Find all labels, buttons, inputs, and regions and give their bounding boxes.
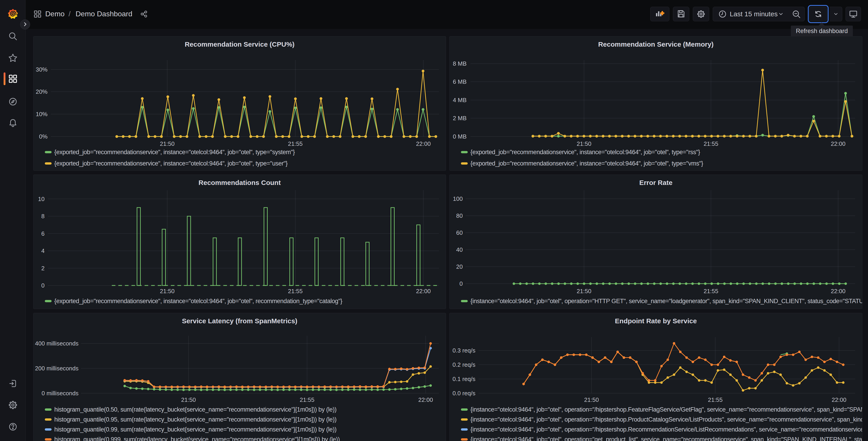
svg-text:8: 8 <box>41 213 44 219</box>
svg-text:{exported_job="recommendations: {exported_job="recommendationservice", i… <box>470 160 703 167</box>
svg-text:{exported_job="recommendations: {exported_job="recommendationservice", i… <box>470 149 700 155</box>
svg-text:0: 0 <box>41 282 44 289</box>
svg-text:21:50: 21:50 <box>160 140 175 147</box>
svg-text:0%: 0% <box>39 133 48 140</box>
svg-text:histogram_quantile(0.999, sum(: histogram_quantile(0.999, sum(rate(laten… <box>54 436 340 441</box>
svg-text:0 MB: 0 MB <box>453 133 467 140</box>
svg-text:{exported_job="recommendations: {exported_job="recommendationservice", i… <box>54 298 342 304</box>
svg-text:21:50: 21:50 <box>584 396 599 403</box>
svg-text:{exported_job="recommendations: {exported_job="recommendationservice", i… <box>54 149 295 155</box>
svg-text:22:00: 22:00 <box>831 288 845 295</box>
svg-text:0.2 req/s: 0.2 req/s <box>453 361 475 368</box>
svg-text:{instance="otelcol:9464", job=: {instance="otelcol:9464", job="otel", op… <box>470 298 862 304</box>
svg-text:Recommendations Count: Recommendations Count <box>198 179 281 186</box>
svg-text:21:55: 21:55 <box>300 396 314 403</box>
svg-text:22:00: 22:00 <box>416 140 431 147</box>
svg-text:0.1 req/s: 0.1 req/s <box>453 376 475 382</box>
svg-text:40: 40 <box>456 246 463 253</box>
svg-text:Recommendation Service (Memory: Recommendation Service (Memory) <box>598 40 713 48</box>
svg-text:Recommendation Service (CPU%): Recommendation Service (CPU%) <box>185 40 294 48</box>
svg-text:22:00: 22:00 <box>418 396 433 403</box>
svg-text:21:50: 21:50 <box>181 396 196 403</box>
svg-text:21:55: 21:55 <box>704 140 718 147</box>
svg-text:{instance="otelcol:9464", job=: {instance="otelcol:9464", job="otel", op… <box>470 426 862 433</box>
svg-text:22:00: 22:00 <box>832 396 846 403</box>
svg-text:21:55: 21:55 <box>704 288 718 295</box>
svg-text:22:00: 22:00 <box>831 140 845 147</box>
svg-text:histogram_quantile(0.50, sum(r: histogram_quantile(0.50, sum(rate(latenc… <box>54 406 337 413</box>
svg-text:6: 6 <box>41 230 44 237</box>
svg-text:2 MB: 2 MB <box>453 115 467 122</box>
svg-text:10: 10 <box>38 196 44 202</box>
svg-text:20%: 20% <box>36 88 48 95</box>
svg-text:10%: 10% <box>36 111 48 117</box>
svg-text:80: 80 <box>456 212 463 219</box>
svg-text:0.3 req/s: 0.3 req/s <box>453 347 475 354</box>
svg-text:60: 60 <box>456 229 463 236</box>
svg-text:100: 100 <box>453 195 463 202</box>
svg-text:Endpoint Rate by Service: Endpoint Rate by Service <box>615 317 697 325</box>
svg-text:22:00: 22:00 <box>416 288 431 295</box>
svg-text:8 MB: 8 MB <box>453 60 467 67</box>
svg-text:4: 4 <box>41 247 44 254</box>
svg-text:{instance="otelcol:9464", job=: {instance="otelcol:9464", job="otel", op… <box>470 436 862 441</box>
svg-text:21:55: 21:55 <box>288 140 303 147</box>
svg-text:0.0 req/s: 0.0 req/s <box>453 390 475 396</box>
svg-text:21:55: 21:55 <box>708 396 722 403</box>
svg-text:Service Latency (from SpanMetr: Service Latency (from SpanMetrics) <box>182 317 297 325</box>
svg-text:4 MB: 4 MB <box>453 97 467 104</box>
svg-text:histogram_quantile(0.99, sum(r: histogram_quantile(0.99, sum(rate(latenc… <box>54 426 337 433</box>
svg-text:21:50: 21:50 <box>577 140 591 147</box>
svg-text:30%: 30% <box>36 66 48 73</box>
svg-text:0: 0 <box>460 280 463 287</box>
svg-text:400 milliseconds: 400 milliseconds <box>35 340 79 347</box>
svg-text:2: 2 <box>41 265 44 272</box>
svg-text:{exported_job="recommendations: {exported_job="recommendationservice", i… <box>54 160 288 167</box>
svg-text:histogram_quantile(0.95, sum(r: histogram_quantile(0.95, sum(rate(latenc… <box>54 416 337 423</box>
svg-text:0 milliseconds: 0 milliseconds <box>42 390 79 396</box>
svg-text:{instance="otelcol:9464", job=: {instance="otelcol:9464", job="otel", op… <box>470 416 862 423</box>
svg-text:Error Rate: Error Rate <box>639 179 673 186</box>
svg-text:21:50: 21:50 <box>577 288 591 295</box>
svg-text:21:55: 21:55 <box>288 288 303 295</box>
svg-text:20: 20 <box>456 263 463 270</box>
svg-text:21:50: 21:50 <box>160 288 175 295</box>
svg-text:6 MB: 6 MB <box>453 78 467 85</box>
svg-text:200 milliseconds: 200 milliseconds <box>35 365 79 372</box>
svg-text:{instance="otelcol:9464", job=: {instance="otelcol:9464", job="otel", op… <box>470 406 862 413</box>
